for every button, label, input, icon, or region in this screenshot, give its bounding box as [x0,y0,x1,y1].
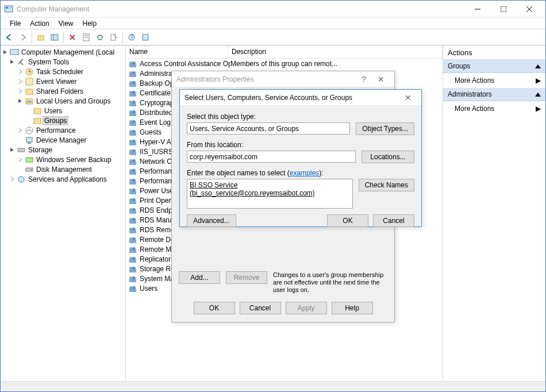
group-icon [128,235,137,244]
svg-rect-1 [6,7,8,9]
forward-button[interactable] [17,31,29,44]
expander-icon[interactable] [17,69,24,74]
add-button[interactable]: Add... [179,271,220,284]
group-icon [128,79,137,88]
up-button[interactable] [34,31,47,44]
column-description[interactable]: Description [228,46,443,58]
disk-icon [25,165,34,174]
cancel-button[interactable]: Cancel [373,214,414,227]
refresh-button[interactable] [94,31,106,44]
maximize-button[interactable] [490,1,516,17]
properties-button[interactable] [80,31,93,44]
tree-local-users[interactable]: Local Users and Groups [1,96,125,106]
toolbar-separator [63,32,64,43]
check-names-button[interactable]: Check Names [359,179,414,191]
expander-icon[interactable] [17,128,24,133]
expander-icon[interactable] [9,59,16,64]
help-button[interactable]: ? [125,31,138,44]
tree-storage[interactable]: Storage [1,145,125,155]
expander-icon[interactable] [17,79,24,84]
group-icon [128,206,137,215]
tree-label: Performance [35,126,77,134]
actions-section-groups[interactable]: Groups [443,60,545,73]
menu-action[interactable]: Action [25,18,53,29]
show-hide-button[interactable] [48,31,61,44]
tree-performance[interactable]: Performance [1,125,125,135]
examples-link[interactable]: examples [290,169,319,177]
group-icon [128,176,137,186]
expander-icon[interactable] [9,176,16,182]
help-button[interactable]: ? [355,75,372,84]
group-icon [128,147,137,156]
menu-help[interactable]: Help [78,18,102,29]
column-name[interactable]: Name [126,46,228,58]
close-button[interactable] [516,1,542,17]
ok-button[interactable]: OK [194,302,235,314]
tree-task-scheduler[interactable]: Task Scheduler [1,67,125,76]
svg-rect-0 [5,6,13,12]
svg-rect-16 [143,34,148,40]
tree-windows-server-backup[interactable]: Windows Server Backup [1,155,125,164]
help2-button[interactable] [139,31,152,44]
actions-more-2[interactable]: More Actions ▶ [443,101,545,116]
svg-rect-95 [129,250,136,253]
expander-icon[interactable] [2,49,9,55]
group-icon [128,157,137,166]
menu-file[interactable]: File [5,18,25,29]
tree-label: Event Viewer [35,78,78,86]
tree-event-viewer[interactable]: Event Viewer [1,76,125,86]
tree-users[interactable]: Users [1,106,125,116]
group-icon [128,196,137,205]
tree-label: Device Manager [35,136,87,144]
ok-button[interactable]: OK [327,214,368,227]
advanced-button[interactable]: Advanced... [187,214,236,227]
svg-rect-74 [129,182,136,185]
group-icon [128,216,137,225]
toolbar-separator [32,32,32,43]
object-type-input[interactable] [187,122,350,134]
export-button[interactable] [107,31,120,44]
svg-rect-41 [129,74,136,77]
help-button[interactable]: Help [332,302,373,314]
status-bar [1,381,545,391]
list-item[interactable]: Access Control Assistance OperatorsMembe… [126,59,443,68]
actions-more-1[interactable]: More Actions ▶ [443,73,545,88]
tree-disk-management[interactable]: Disk Management [1,164,125,174]
tree-system-tools[interactable]: System Tools [1,57,125,67]
dialog-titlebar: Administrators Properties ? ✕ [172,71,394,87]
group-icon [128,137,137,147]
menu-view[interactable]: View [54,18,78,29]
app-icon [4,5,13,14]
object-names-input[interactable]: BI SSO Service (bi_sso_service@corp.reye… [187,179,353,209]
close-button[interactable]: ✕ [399,93,417,102]
minimize-button[interactable] [464,1,490,17]
expander-icon[interactable] [17,89,24,94]
tree-device-manager[interactable]: Device Manager [1,135,125,145]
delete-button[interactable] [66,31,79,44]
close-button[interactable]: ✕ [372,75,390,84]
expander-icon[interactable] [9,147,16,152]
tree-shared-folders[interactable]: Shared Folders [1,86,125,96]
expander-icon[interactable] [17,157,24,162]
object-types-button[interactable]: Object Types... [356,122,414,135]
remove-button[interactable]: Remove [226,271,267,284]
actions-pane: Actions Groups More Actions ▶ Administra… [443,46,545,381]
svg-rect-59 [129,133,136,136]
tree-groups[interactable]: Groups [1,116,125,125]
object-name-value: BI SSO Service (bi_sso_service@corp.reye… [190,181,315,197]
location-input[interactable] [187,151,356,163]
cancel-button[interactable]: Cancel [240,302,281,314]
apply-button[interactable]: Apply [286,302,327,314]
actions-section-admins[interactable]: Administrators [443,88,545,101]
group-icon [128,264,137,274]
svg-rect-62 [129,143,136,145]
dialog-body: Select this object type: Object Types...… [180,106,421,234]
tree-label: Groups [43,117,68,125]
locations-button[interactable]: Locations... [362,151,414,163]
tree-root[interactable]: Computer Management (Local [1,47,125,57]
svg-rect-89 [129,230,136,233]
back-button[interactable] [3,31,16,44]
dialog-title: Administrators Properties [176,75,355,83]
tree-services-apps[interactable]: Services and Applications [1,174,125,184]
expander-icon[interactable] [17,98,24,103]
